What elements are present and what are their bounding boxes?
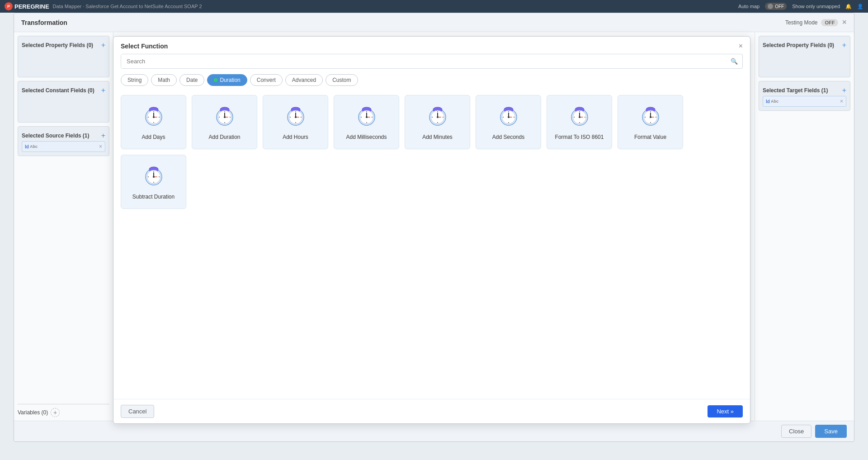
svg-point-64: [437, 116, 439, 118]
add-right-property-field-button[interactable]: +: [842, 42, 846, 49]
category-tab-duration[interactable]: Duration: [207, 74, 247, 86]
svg-point-51: [366, 116, 368, 118]
target-field-chip: Id Abc ×: [763, 96, 846, 107]
modal-header: Transformation Testing Mode OFF ×: [14, 13, 854, 32]
function-icon-add-milliseconds: [355, 104, 378, 129]
toggle-knob: [768, 4, 773, 9]
variables-label: Variables (0): [18, 409, 48, 416]
function-label-format-to-iso: Format To ISO 8601: [555, 134, 604, 140]
modal-right-panel: Selected Property Fields (0) + Selected …: [755, 32, 854, 421]
function-label-add-days: Add Days: [142, 134, 165, 140]
target-field-delete-button[interactable]: ×: [840, 98, 843, 104]
svg-point-25: [224, 116, 226, 118]
search-input[interactable]: [121, 54, 726, 68]
target-fields-header: Selected Target Fields (1) +: [763, 85, 846, 96]
testing-toggle-modal[interactable]: OFF: [821, 19, 838, 26]
modal-left-panel: Selected Property Fields (0) + Selected …: [14, 32, 113, 421]
property-fields-header: Selected Property Fields (0) +: [22, 40, 105, 51]
right-property-placeholder: [763, 51, 846, 73]
add-constant-field-button[interactable]: +: [101, 87, 105, 94]
function-card-add-seconds[interactable]: Add Seconds: [476, 95, 541, 149]
dialog-header: Select Function ×: [113, 37, 750, 54]
target-field-icon: Id Abc: [766, 99, 778, 104]
property-fields-section: Selected Property Fields (0) +: [18, 36, 109, 77]
source-field-delete-button[interactable]: ×: [99, 143, 102, 150]
company-name: PEREGRINE: [14, 3, 49, 10]
function-card-add-duration[interactable]: Add Duration: [192, 95, 257, 149]
target-fields-section: Selected Target Fields (1) + Id Abc ×: [759, 81, 850, 111]
select-function-dialog: Select Function × 🔍 String Math Date Dur…: [113, 36, 750, 424]
svg-point-103: [650, 116, 651, 118]
category-tab-custom[interactable]: Custom: [326, 74, 358, 86]
svg-point-116: [153, 176, 155, 178]
close-modal-button[interactable]: ×: [842, 18, 847, 27]
category-tab-convert[interactable]: Convert: [250, 74, 283, 86]
category-tab-math[interactable]: Math: [151, 74, 177, 86]
cancel-button[interactable]: Cancel: [121, 405, 154, 418]
right-property-fields-header: Selected Property Fields (0) +: [763, 40, 846, 51]
category-tab-string[interactable]: String: [121, 74, 148, 86]
source-fields-section: Selected Source Fields (1) + Id Abc ×: [18, 126, 109, 156]
show-unmapped-button[interactable]: Show only unmapped: [792, 4, 840, 9]
add-target-field-button[interactable]: +: [842, 87, 846, 94]
svg-point-90: [579, 116, 580, 118]
function-icon-add-seconds: [497, 104, 520, 129]
function-grid: Add Days Add Duration: [113, 91, 750, 399]
function-icon-subtract-duration: [142, 164, 165, 189]
search-bar: 🔍: [121, 54, 743, 69]
function-card-add-milliseconds[interactable]: Add Milliseconds: [334, 95, 399, 149]
main-area: Transformation Testing Mode OFF × Select…: [0, 13, 868, 460]
variables-bar: Variables (0) +: [18, 404, 109, 417]
add-variable-button[interactable]: +: [51, 408, 60, 417]
category-tab-advanced[interactable]: Advanced: [285, 74, 323, 86]
source-fields-label: Selected Source Fields (1): [22, 133, 89, 139]
function-label-add-milliseconds: Add Milliseconds: [346, 134, 387, 140]
function-card-add-hours[interactable]: Add Hours: [263, 95, 328, 149]
right-property-fields-section: Selected Property Fields (0) +: [759, 36, 850, 77]
function-icon-add-hours: [284, 104, 307, 129]
add-property-field-button[interactable]: +: [101, 42, 105, 49]
constant-fields-label: Selected Constant Fields (0): [22, 87, 94, 94]
function-card-format-value[interactable]: Format Value: [618, 95, 683, 149]
testing-toggle[interactable]: OFF: [765, 3, 787, 10]
target-fields-label: Selected Target Fields (1): [763, 87, 828, 94]
target-field-type: Abc: [771, 99, 778, 104]
add-source-field-button[interactable]: +: [101, 132, 105, 139]
search-icon: 🔍: [726, 54, 742, 68]
notification-icon[interactable]: 🔔: [845, 4, 852, 9]
logo-icon: P: [5, 2, 13, 10]
user-icon[interactable]: 👤: [857, 4, 863, 9]
target-field-id-label: Id: [766, 99, 770, 104]
function-card-add-minutes[interactable]: Add Minutes: [405, 95, 470, 149]
source-field-type: Abc: [30, 144, 38, 149]
top-bar-actions: Auto map OFF Show only unmapped 🔔 👤: [738, 3, 863, 10]
function-icon-add-days: [142, 104, 165, 129]
source-field-icon: Id Abc: [25, 144, 38, 149]
auto-map-button[interactable]: Auto map: [738, 4, 760, 9]
function-label-subtract-duration: Subtract Duration: [132, 194, 175, 200]
dialog-title: Select Function: [121, 43, 168, 50]
function-icon-add-duration: [213, 104, 236, 129]
category-tabs: String Math Date Duration Convert Advanc…: [113, 74, 750, 91]
modal-testing: Testing Mode OFF ×: [785, 18, 847, 27]
right-property-fields-label: Selected Property Fields (0): [763, 42, 834, 48]
constant-fields-section: Selected Constant Fields (0) +: [18, 81, 109, 123]
dialog-close-button[interactable]: ×: [739, 42, 743, 50]
function-icon-add-minutes: [426, 104, 449, 129]
category-tab-date[interactable]: Date: [179, 74, 204, 86]
function-icon-format-value: [639, 104, 662, 129]
testing-value: OFF: [775, 4, 784, 9]
next-button[interactable]: Next »: [708, 405, 743, 417]
function-label-add-hours: Add Hours: [283, 134, 308, 140]
close-bottom-button[interactable]: Close: [781, 425, 811, 438]
property-fields-placeholder: [22, 51, 105, 73]
page-title: Data Mapper · Salesforce Get Account to …: [53, 4, 735, 9]
function-card-add-days[interactable]: Add Days: [121, 95, 186, 149]
save-button[interactable]: Save: [815, 425, 847, 438]
svg-point-38: [295, 116, 297, 118]
function-card-subtract-duration[interactable]: Subtract Duration: [121, 155, 186, 209]
testing-off-label: OFF: [825, 20, 835, 25]
function-card-format-to-iso[interactable]: Format To ISO 8601: [547, 95, 612, 149]
constant-fields-placeholder: [22, 96, 105, 119]
top-bar: P PEREGRINE Data Mapper · Salesforce Get…: [0, 0, 868, 13]
